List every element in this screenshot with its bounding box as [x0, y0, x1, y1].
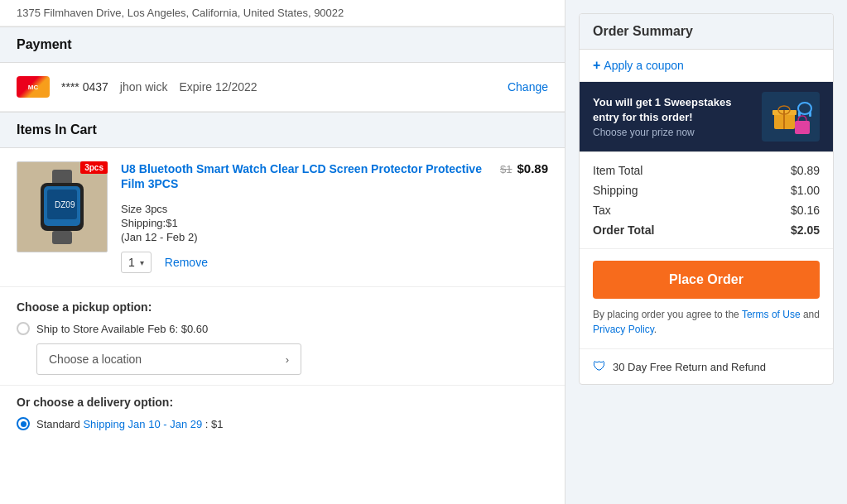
- return-policy-label: 30 Day Free Return and Refund: [613, 361, 766, 373]
- privacy-policy-link[interactable]: Privacy Policy: [593, 324, 654, 335]
- order-summary-header: Order Summary: [580, 14, 833, 50]
- shipping-row: Shipping $1.00: [593, 184, 820, 197]
- chevron-down-icon: ▾: [140, 258, 144, 267]
- delivery-option[interactable]: Standard Shipping Jan 10 - Jan 29 : $1: [17, 417, 548, 430]
- address-text: 1375 Filmhaven Drive, Los Angeles, Calif…: [17, 7, 344, 19]
- items-title: Items In Cart: [17, 122, 97, 137]
- change-payment-link[interactable]: Change: [508, 80, 548, 94]
- mastercard-icon: MC: [17, 76, 50, 98]
- period: .: [654, 324, 657, 335]
- item-sale-price: $0.89: [517, 161, 548, 175]
- order-total-label: Order Total: [593, 223, 654, 237]
- sweepstakes-subtitle[interactable]: Choose your prize now: [593, 127, 753, 138]
- item-shipping: Shipping:$1: [121, 217, 548, 229]
- pickup-title: Choose a pickup option:: [17, 300, 548, 314]
- sweepstakes-text: You will get 1 Sweepstakes entry for thi…: [593, 95, 753, 138]
- tax-row: Tax $0.16: [593, 204, 820, 217]
- address-bar: 1375 Filmhaven Drive, Los Angeles, Calif…: [0, 0, 565, 26]
- payment-section: MC **** 0437 jhon wick Expire 12/2022 Ch…: [0, 63, 565, 112]
- return-policy: 🛡 30 Day Free Return and Refund: [580, 349, 833, 384]
- svg-rect-5: [52, 231, 72, 244]
- coupon-label: Apply a coupon: [604, 59, 684, 72]
- tax-label: Tax: [593, 204, 611, 217]
- delivery-radio[interactable]: [17, 417, 30, 430]
- order-total-value: $2.05: [791, 223, 820, 237]
- order-total-row: Order Total $2.05: [593, 223, 820, 237]
- order-totals: Item Total $0.89 Shipping $1.00 Tax $0.1…: [580, 152, 833, 249]
- payment-title: Payment: [17, 37, 72, 51]
- pickup-radio[interactable]: [17, 322, 30, 335]
- delivery-section: Or choose a delivery option: Standard Sh…: [0, 386, 565, 444]
- place-order-section: Place Order By placing order you agree t…: [580, 249, 833, 349]
- svg-rect-12: [809, 112, 811, 117]
- terms-prefix: By placing order you agree to the: [593, 309, 742, 320]
- plus-icon: +: [593, 58, 600, 73]
- svg-rect-13: [795, 121, 810, 134]
- card-number: **** 0437: [61, 80, 108, 94]
- card-expiry: Expire 12/2022: [179, 80, 257, 94]
- chevron-right-icon: ›: [286, 353, 289, 366]
- pickup-label: Ship to Store Available Feb 6: $0.60: [36, 323, 208, 335]
- svg-text:DZ09: DZ09: [55, 200, 75, 209]
- item-total-label: Item Total: [593, 164, 642, 177]
- item-total-value: $0.89: [791, 164, 820, 177]
- payment-section-header: Payment: [0, 26, 565, 63]
- remove-button[interactable]: Remove: [165, 256, 208, 269]
- sweepstakes-title: You will get 1 Sweepstakes entry for thi…: [593, 95, 753, 125]
- item-image: DZ09: [17, 161, 108, 252]
- item-delivery-window: (Jan 12 - Feb 2): [121, 231, 548, 243]
- item-badge: 3pcs: [80, 161, 108, 174]
- pickup-section: Choose a pickup option: Ship to Store Av…: [0, 287, 565, 386]
- shipping-value: $1.00: [791, 184, 820, 197]
- item-original-price: $1: [500, 163, 512, 175]
- terms-text: By placing order you agree to the Terms …: [593, 307, 820, 337]
- sweepstakes-banner: You will get 1 Sweepstakes entry for thi…: [580, 82, 833, 152]
- shipping-label: Shipping: [593, 184, 638, 197]
- apply-coupon-link[interactable]: + Apply a coupon: [593, 58, 820, 73]
- location-select[interactable]: Choose a location ›: [36, 343, 301, 375]
- cart-item: DZ09 3pcs U8 Bluetooth Smart Watch Clear…: [0, 148, 565, 287]
- order-summary-title: Order Summary: [593, 24, 693, 38]
- tax-value: $0.16: [791, 204, 820, 217]
- sweepstakes-image: [762, 92, 820, 142]
- item-details: U8 Bluetooth Smart Watch Clear LCD Scree…: [121, 161, 548, 273]
- quantity-value: 1: [128, 256, 135, 269]
- pickup-radio-option[interactable]: Ship to Store Available Feb 6: $0.60: [17, 322, 548, 335]
- quantity-selector[interactable]: 1 ▾: [121, 252, 152, 273]
- items-section-header: Items In Cart: [0, 112, 565, 148]
- and-text: and: [801, 309, 820, 320]
- item-size: Size 3pcs: [121, 203, 548, 215]
- sidebar: Order Summary + Apply a coupon You will …: [565, 0, 847, 504]
- cardholder-name: jhon wick: [120, 80, 168, 94]
- order-summary-card: Order Summary + Apply a coupon You will …: [579, 13, 834, 385]
- location-label: Choose a location: [49, 353, 142, 366]
- svg-rect-0: [52, 170, 72, 185]
- delivery-label: Standard Shipping Jan 10 - Jan 29 : $1: [36, 418, 224, 430]
- place-order-button[interactable]: Place Order: [593, 261, 820, 299]
- item-title: U8 Bluetooth Smart Watch Clear LCD Scree…: [121, 161, 493, 191]
- coupon-row: + Apply a coupon: [580, 50, 833, 82]
- shield-icon: 🛡: [593, 359, 606, 374]
- item-image-wrapper: DZ09 3pcs: [17, 161, 108, 252]
- item-total-row: Item Total $0.89: [593, 164, 820, 177]
- delivery-title: Or choose a delivery option:: [17, 396, 548, 409]
- terms-of-use-link[interactable]: Terms of Use: [742, 309, 801, 320]
